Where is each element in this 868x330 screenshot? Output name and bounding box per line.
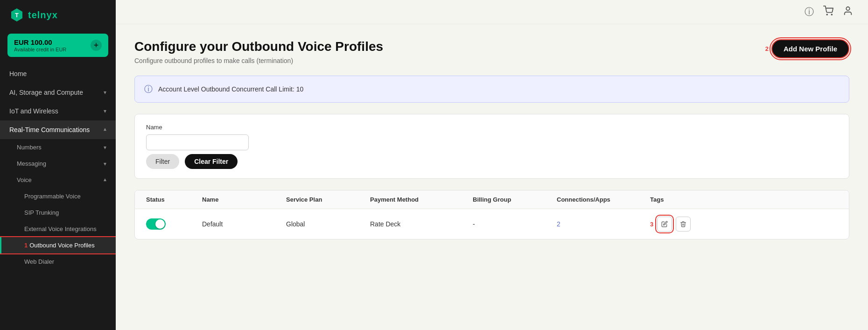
credit-amount: EUR 100.00 bbox=[14, 38, 66, 46]
sidebar-sub-numbers[interactable]: Numbers ▾ bbox=[0, 139, 116, 155]
col-tags: Tags bbox=[650, 196, 838, 203]
col-status: Status bbox=[146, 196, 202, 203]
svg-point-2 bbox=[826, 14, 827, 15]
sidebar-sub-voice[interactable]: Voice ▾ bbox=[0, 172, 116, 188]
realtime-label: Real-Time Communications bbox=[9, 126, 90, 133]
telnyx-logo-icon: T bbox=[9, 7, 24, 22]
sidebar-item-iot[interactable]: IoT and Wireless ▾ bbox=[0, 102, 116, 120]
sidebar-sub-programmable-voice[interactable]: Programmable Voice bbox=[0, 188, 116, 204]
page-subtitle: Configure outbound profiles to make call… bbox=[134, 57, 383, 64]
table-header: Status Name Service Plan Payment Method … bbox=[135, 190, 849, 209]
table-row: Default Global Rate Deck - 2 3 bbox=[135, 209, 849, 239]
info-text: Account Level Outbound Concurrent Call L… bbox=[158, 85, 303, 93]
ai-storage-chevron: ▾ bbox=[104, 89, 106, 96]
add-credit-button[interactable]: + bbox=[91, 40, 102, 51]
filter-row: Filter Clear Filter bbox=[146, 154, 838, 169]
sidebar-item-home[interactable]: Home bbox=[0, 64, 116, 83]
outbound-voice-label: Outbound Voice Profiles bbox=[29, 242, 94, 249]
cart-icon[interactable] bbox=[823, 6, 833, 18]
toggle-knob bbox=[155, 219, 165, 229]
numbers-chevron: ▾ bbox=[104, 144, 106, 151]
col-payment-method: Payment Method bbox=[370, 196, 473, 203]
info-banner: ⓘ Account Level Outbound Concurrent Call… bbox=[134, 76, 849, 103]
numbers-label: Numbers bbox=[17, 144, 42, 151]
realtime-chevron: ▾ bbox=[104, 126, 106, 133]
prog-voice-label: Programmable Voice bbox=[24, 193, 81, 200]
page-title: Configure your Outbound Voice Profiles bbox=[134, 39, 383, 54]
row-name: Default bbox=[202, 220, 286, 228]
sip-trunking-label: SIP Trunking bbox=[24, 209, 59, 216]
sidebar-sub-outbound-voice[interactable]: 1 Outbound Voice Profiles bbox=[0, 237, 116, 253]
page-header: Configure your Outbound Voice Profiles C… bbox=[134, 39, 849, 64]
web-dialer-label: Web Dialer bbox=[24, 258, 54, 265]
row-status bbox=[146, 218, 202, 230]
credit-label: Available credit in EUR bbox=[14, 47, 66, 52]
messaging-label: Messaging bbox=[17, 160, 46, 167]
main-content: ⓘ Configure your Outbound Voice Profiles… bbox=[116, 0, 868, 330]
col-name: Name bbox=[202, 196, 286, 203]
status-toggle[interactable] bbox=[146, 218, 166, 230]
topbar: ⓘ bbox=[116, 0, 868, 24]
filter-name-input[interactable] bbox=[146, 134, 249, 150]
filter-button[interactable]: Filter bbox=[146, 154, 179, 169]
clear-filter-button[interactable]: Clear Filter bbox=[185, 154, 238, 169]
sidebar-item-ai-storage[interactable]: AI, Storage and Compute ▾ bbox=[0, 83, 116, 102]
col-connections: Connections/Apps bbox=[557, 196, 650, 203]
logo-text: telnyx bbox=[28, 10, 58, 21]
info-icon: ⓘ bbox=[144, 84, 153, 95]
row-payment-method: Rate Deck bbox=[370, 220, 473, 228]
filter-name-label: Name bbox=[146, 124, 838, 131]
sidebar: T telnyx EUR 100.00 Available credit in … bbox=[0, 0, 116, 330]
ai-storage-label: AI, Storage and Compute bbox=[9, 89, 83, 96]
page-content: Configure your Outbound Voice Profiles C… bbox=[116, 24, 868, 330]
sidebar-sub-web-dialer[interactable]: Web Dialer bbox=[0, 253, 116, 270]
user-icon[interactable] bbox=[843, 6, 853, 18]
col-service-plan: Service Plan bbox=[286, 196, 370, 203]
sidebar-item-realtime[interactable]: Real-Time Communications ▾ bbox=[0, 120, 116, 139]
edit-button[interactable] bbox=[657, 217, 672, 232]
annotation-3: 3 bbox=[650, 221, 653, 228]
action-icons: 3 bbox=[650, 217, 838, 232]
row-tags: 3 bbox=[650, 217, 838, 232]
home-label: Home bbox=[9, 70, 27, 77]
row-connections: 2 bbox=[557, 220, 650, 228]
voice-chevron: ▾ bbox=[104, 177, 106, 183]
filter-section: Name Filter Clear Filter bbox=[134, 114, 849, 179]
svg-point-3 bbox=[831, 14, 832, 15]
iot-chevron: ▾ bbox=[104, 108, 106, 114]
delete-button[interactable] bbox=[676, 217, 691, 232]
svg-point-4 bbox=[846, 7, 849, 10]
sidebar-sub-messaging[interactable]: Messaging ▾ bbox=[0, 155, 116, 172]
connections-link[interactable]: 2 bbox=[557, 220, 560, 228]
messaging-chevron: ▾ bbox=[104, 161, 106, 167]
svg-text:T: T bbox=[15, 12, 19, 19]
iot-label: IoT and Wireless bbox=[9, 107, 58, 115]
credit-box[interactable]: EUR 100.00 Available credit in EUR + bbox=[7, 34, 108, 57]
col-billing-group: Billing Group bbox=[473, 196, 557, 203]
external-voice-label: External Voice Integrations bbox=[24, 225, 97, 232]
row-billing-group: - bbox=[473, 220, 557, 228]
annotation-1: 1 bbox=[24, 242, 28, 249]
add-new-profile-button[interactable]: Add New Profile bbox=[771, 39, 849, 58]
profiles-table: Status Name Service Plan Payment Method … bbox=[134, 190, 849, 239]
sidebar-sub-sip-trunking[interactable]: SIP Trunking bbox=[0, 204, 116, 221]
row-service-plan: Global bbox=[286, 220, 370, 228]
help-icon[interactable]: ⓘ bbox=[805, 6, 814, 18]
voice-label: Voice bbox=[17, 176, 32, 183]
annotation-2: 2 bbox=[765, 45, 769, 52]
sidebar-sub-external-voice[interactable]: External Voice Integrations bbox=[0, 221, 116, 237]
sidebar-logo: T telnyx bbox=[0, 0, 116, 30]
